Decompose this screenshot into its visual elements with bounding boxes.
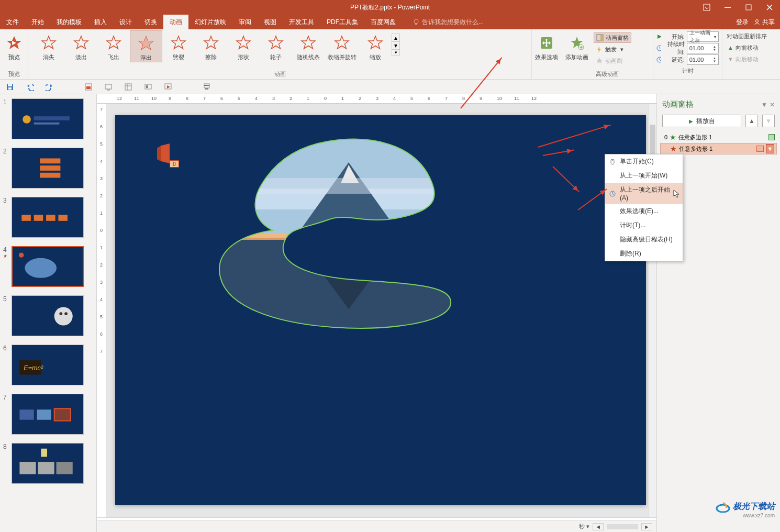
slide-thumb[interactable]: E=mc² <box>12 345 84 385</box>
q-icon-3[interactable] <box>122 81 134 93</box>
thumb-number: 6 <box>3 345 9 385</box>
star-icon: ★ <box>670 145 677 153</box>
animation-0[interactable]: 消失 <box>32 30 65 61</box>
gallery-down-icon[interactable]: ▾ <box>392 42 399 50</box>
svg-rect-4 <box>415 24 417 25</box>
ctx-hide-timeline[interactable]: 隐藏高级日程表(H) <box>605 232 683 247</box>
q-icon-4[interactable] <box>142 81 154 93</box>
thumb-number: 1 <box>3 98 9 139</box>
animation-9[interactable]: 收缩并旋转 <box>325 30 359 61</box>
move-forward-button[interactable]: ▲向前移动 <box>726 42 777 53</box>
svg-rect-72 <box>57 462 73 474</box>
ribbon-options-icon[interactable] <box>696 0 717 15</box>
item-dropdown-button[interactable]: ▼ <box>766 144 774 153</box>
share-button[interactable]: 共享 <box>754 18 775 27</box>
ctx-start-with-prev[interactable]: 从上一项开始(W) <box>605 169 683 183</box>
q-icon-6[interactable] <box>201 81 213 93</box>
ctx-delete[interactable]: 删除(R) <box>605 247 683 261</box>
tab-transitions[interactable]: 切换 <box>138 15 163 29</box>
delay-input[interactable]: 01.00▲▼ <box>687 54 719 65</box>
slide-thumb[interactable] <box>12 394 84 435</box>
svg-rect-1 <box>725 7 731 8</box>
titlebar: PPT教程2.pptx - PowerPoint <box>0 0 780 15</box>
animation-10[interactable]: 缩放 <box>359 30 392 61</box>
pane-close-icon[interactable]: ✕ <box>770 101 775 108</box>
animation-pane-button[interactable]: 动画窗格 <box>594 32 631 43</box>
timeline-bar <box>756 146 764 152</box>
tab-design[interactable]: 设计 <box>113 15 138 29</box>
slide-thumb[interactable] <box>12 98 84 139</box>
animation-item[interactable]: ★ 任意多边形 1 ▼ <box>660 143 777 154</box>
tab-insert[interactable]: 插入 <box>88 15 113 29</box>
ribbon: 预览 预览 消失 淡出 飞出 浮出 劈裂 擦除 形状 轮子 随机线条 收缩并旋转 <box>0 29 780 80</box>
tab-templates[interactable]: 我的模板 <box>50 15 88 29</box>
preview-button[interactable]: 预览 <box>2 30 26 61</box>
q-icon-1[interactable] <box>83 81 94 93</box>
animation-5[interactable]: 擦除 <box>195 30 227 61</box>
slide-thumb[interactable] <box>12 148 84 189</box>
tab-view[interactable]: 视图 <box>258 15 283 29</box>
animation-1[interactable]: 淡出 <box>65 30 97 61</box>
reorder-title: 对动画重新排序 <box>726 31 777 41</box>
svg-rect-44 <box>34 116 70 120</box>
play-icon <box>656 34 661 40</box>
animation-painter-button[interactable]: 动画刷 <box>594 56 631 66</box>
maximize-icon[interactable] <box>738 0 759 15</box>
redo-icon[interactable] <box>44 81 55 93</box>
sequence-badge[interactable]: 0 <box>170 160 179 168</box>
slide-thumb[interactable] <box>12 443 84 484</box>
animation-4[interactable]: 劈裂 <box>162 30 195 61</box>
ctx-timing[interactable]: 计时(T)... <box>605 218 683 232</box>
start-select[interactable]: 上一动画之后▾ <box>687 31 719 42</box>
animation-3[interactable]: 浮出 <box>130 30 162 62</box>
svg-rect-51 <box>21 215 31 221</box>
duration-input[interactable]: 01.00▲▼ <box>687 43 719 53</box>
q-icon-5[interactable] <box>162 81 174 93</box>
slide-thumb[interactable] <box>12 295 84 336</box>
svg-marker-8 <box>42 36 55 49</box>
scroll-left-icon[interactable]: ◄ <box>593 523 604 530</box>
tab-home[interactable]: 开始 <box>25 15 50 29</box>
gallery-up-icon[interactable]: ▴ <box>392 34 399 42</box>
minimize-icon[interactable] <box>717 0 738 15</box>
animation-7[interactable]: 轮子 <box>260 30 292 61</box>
tab-review[interactable]: 审阅 <box>232 15 258 29</box>
add-animation-icon <box>570 34 584 52</box>
svg-marker-10 <box>107 36 120 49</box>
effect-options-button[interactable]: 效果选项 <box>534 30 559 61</box>
gallery-more-icon[interactable]: ▾ <box>392 50 399 55</box>
freeform-shape[interactable] <box>192 136 485 335</box>
svg-rect-34 <box>105 84 112 89</box>
trigger-button[interactable]: 触发 ▾ <box>594 44 631 54</box>
slide-canvas[interactable] <box>115 115 646 505</box>
pane-dropdown-icon[interactable]: ▼ <box>761 101 767 108</box>
animation-item[interactable]: 0 ★ 任意多边形 1 <box>660 131 777 143</box>
ctx-start-on-click[interactable]: 单击开始(C) <box>605 154 683 169</box>
tab-slideshow[interactable]: 幻灯片放映 <box>188 15 232 29</box>
animation-pane-title: 动画窗格 <box>662 99 694 109</box>
undo-icon[interactable] <box>24 81 36 93</box>
move-down-button[interactable]: ▼ <box>762 115 775 127</box>
tab-developer[interactable]: 开发工具 <box>283 15 320 29</box>
close-icon[interactable] <box>759 0 780 15</box>
save-icon[interactable] <box>4 81 16 93</box>
slide-thumb[interactable] <box>12 246 84 287</box>
play-from-button[interactable]: ▶ 播放自 <box>662 115 741 127</box>
scroll-right-icon[interactable]: ► <box>641 523 652 530</box>
tab-baidu[interactable]: 百度网盘 <box>364 15 402 29</box>
tab-pdf[interactable]: PDF工具集 <box>320 15 364 29</box>
animation-6[interactable]: 形状 <box>227 30 260 61</box>
slide-thumb[interactable] <box>12 197 84 238</box>
tell-me[interactable]: 告诉我您想要做什么... <box>413 15 484 29</box>
ctx-effect-options[interactable]: 效果选项(E)... <box>605 204 683 218</box>
q-icon-2[interactable] <box>103 81 114 93</box>
tab-file[interactable]: 文件 <box>0 15 25 29</box>
slide-thumbnails[interactable]: 1 2 3 4★ 5 6 E=mc² 7 8 <box>0 94 97 532</box>
tab-animations[interactable]: 动画 <box>163 15 188 29</box>
add-animation-button[interactable]: 添加动画 <box>563 30 590 61</box>
animation-8[interactable]: 随机线条 <box>292 30 325 61</box>
ctx-start-after-prev[interactable]: 从上一项之后开始(A) <box>605 183 683 204</box>
animation-2[interactable]: 飞出 <box>97 30 130 61</box>
login-button[interactable]: 登录 <box>736 18 749 27</box>
move-up-button[interactable]: ▲ <box>745 115 758 127</box>
